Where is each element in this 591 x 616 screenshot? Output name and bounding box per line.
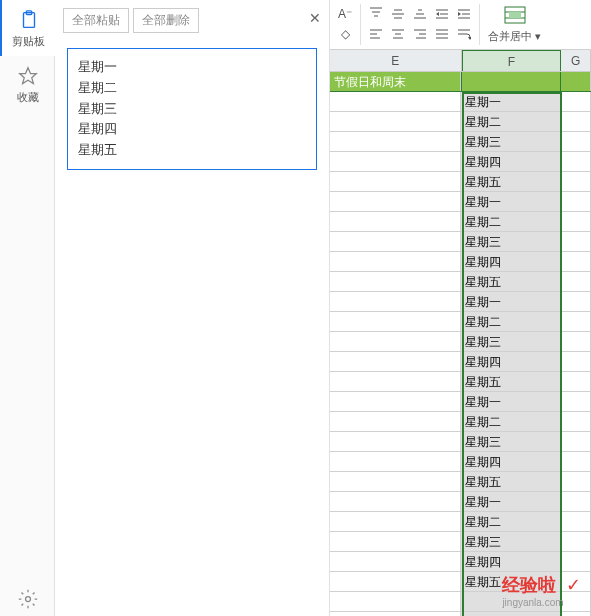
delete-all-button[interactable]: 全部删除	[133, 8, 199, 33]
cell[interactable]	[561, 412, 591, 431]
table-row[interactable]: 星期四	[330, 252, 591, 272]
cell[interactable]	[561, 312, 591, 331]
cell[interactable]: 星期一	[461, 292, 561, 311]
table-row[interactable]: 星期五	[330, 272, 591, 292]
cell[interactable]: 星期三	[461, 332, 561, 351]
clipboard-item[interactable]: 星期一 星期二 星期三 星期四 星期五	[67, 48, 317, 170]
cell[interactable]: 星期二	[461, 512, 561, 531]
cell[interactable]	[561, 192, 591, 211]
cell[interactable]	[330, 292, 461, 311]
cell[interactable]: 星期一	[461, 92, 561, 111]
green-header-cell[interactable]: 节假日和周末	[330, 72, 461, 91]
cell[interactable]	[330, 152, 461, 171]
cell[interactable]: 星期三	[461, 532, 561, 551]
spreadsheet[interactable]: E F G 节假日和周末 星期一星期二星期三星期四星期五星期一星期二星期三星期四…	[330, 50, 591, 616]
cell[interactable]	[330, 432, 461, 451]
cell[interactable]	[330, 532, 461, 551]
close-icon[interactable]: ✕	[309, 10, 321, 26]
cell[interactable]	[561, 132, 591, 151]
table-row[interactable]: 星期二	[330, 412, 591, 432]
cell[interactable]	[561, 232, 591, 251]
table-row[interactable]: 星期一	[330, 392, 591, 412]
align-bottom-icon[interactable]	[411, 5, 429, 23]
table-row[interactable]: 星期一	[330, 192, 591, 212]
cell[interactable]	[561, 212, 591, 231]
cell[interactable]	[561, 432, 591, 451]
col-header-F[interactable]: F	[462, 50, 562, 71]
cell[interactable]	[561, 512, 591, 531]
cell[interactable]	[330, 312, 461, 331]
cell[interactable]	[330, 352, 461, 371]
clear-format-icon[interactable]: ◇	[336, 25, 354, 43]
table-row[interactable]: 星期二	[330, 112, 591, 132]
cell[interactable]	[561, 152, 591, 171]
cell[interactable]	[330, 572, 461, 591]
cell[interactable]: 星期一	[461, 492, 561, 511]
table-row[interactable]: 星期四	[330, 152, 591, 172]
align-top-icon[interactable]	[367, 5, 385, 23]
cell[interactable]	[330, 92, 461, 111]
table-row[interactable]: 星期五	[330, 172, 591, 192]
cell[interactable]: 星期五	[461, 472, 561, 491]
cell[interactable]: 星期二	[461, 412, 561, 431]
rail-settings[interactable]	[0, 587, 55, 611]
rail-favorites[interactable]: 收藏	[0, 56, 55, 112]
cell[interactable]	[330, 172, 461, 191]
cell[interactable]: 星期四	[461, 552, 561, 571]
cell[interactable]	[561, 72, 591, 91]
col-header-E[interactable]: E	[330, 50, 462, 71]
cell[interactable]	[561, 392, 591, 411]
justify-icon[interactable]	[433, 25, 451, 43]
cell[interactable]	[330, 252, 461, 271]
cell[interactable]: 星期二	[461, 312, 561, 331]
cell[interactable]	[561, 452, 591, 471]
indent-increase-icon[interactable]	[455, 5, 473, 23]
cell[interactable]: 星期二	[461, 112, 561, 131]
table-row[interactable]: 星期一	[330, 492, 591, 512]
cell[interactable]	[561, 112, 591, 131]
cell[interactable]	[330, 192, 461, 211]
cell[interactable]	[330, 232, 461, 251]
table-row[interactable]: 星期三	[330, 332, 591, 352]
cell[interactable]: 星期三	[461, 132, 561, 151]
cell[interactable]	[330, 512, 461, 531]
align-right-icon[interactable]	[411, 25, 429, 43]
cell[interactable]	[461, 72, 561, 91]
cell[interactable]	[330, 332, 461, 351]
cell[interactable]: 星期三	[461, 232, 561, 251]
cell[interactable]: 星期一	[461, 192, 561, 211]
table-row[interactable]: 星期三	[330, 132, 591, 152]
paste-all-button[interactable]: 全部粘贴	[63, 8, 129, 33]
table-row[interactable]: 星期一	[330, 292, 591, 312]
cell[interactable]	[330, 472, 461, 491]
cell[interactable]: 星期一	[461, 392, 561, 411]
cell[interactable]: 星期四	[461, 152, 561, 171]
cell[interactable]	[330, 492, 461, 511]
cell[interactable]	[561, 272, 591, 291]
cell[interactable]	[330, 552, 461, 571]
table-row[interactable]: 星期一	[330, 92, 591, 112]
cell[interactable]: 星期五	[461, 272, 561, 291]
cell[interactable]	[561, 252, 591, 271]
align-left-icon[interactable]	[367, 25, 385, 43]
merge-center-button[interactable]: 合并居中 ▾	[480, 6, 549, 44]
font-decrease-icon[interactable]: A⁻	[336, 5, 354, 23]
cell[interactable]	[330, 272, 461, 291]
cell[interactable]	[330, 452, 461, 471]
table-row[interactable]: 星期二	[330, 312, 591, 332]
wrap-text-icon[interactable]	[455, 25, 473, 43]
col-header-G[interactable]: G	[561, 50, 591, 71]
cell[interactable]: 星期五	[461, 172, 561, 191]
cell[interactable]: 星期四	[461, 252, 561, 271]
cell[interactable]	[561, 172, 591, 191]
table-row[interactable]: 星期四	[330, 452, 591, 472]
table-row[interactable]: 星期二	[330, 212, 591, 232]
align-middle-icon[interactable]	[389, 5, 407, 23]
cell[interactable]	[561, 552, 591, 571]
table-row[interactable]: 星期四	[330, 352, 591, 372]
table-row[interactable]: 星期三	[330, 432, 591, 452]
cell[interactable]: 星期二	[461, 212, 561, 231]
cell[interactable]	[561, 532, 591, 551]
table-row[interactable]: 星期三	[330, 232, 591, 252]
rail-clipboard[interactable]: 剪贴板	[0, 0, 55, 56]
